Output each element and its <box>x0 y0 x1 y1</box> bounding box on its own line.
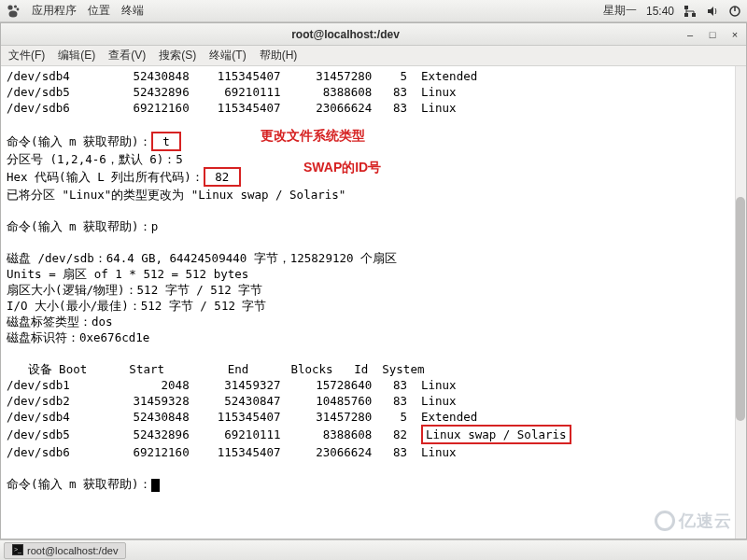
terminal-text: /dev/sdb4 52430848 115345407 31457280 5 … <box>7 68 740 492</box>
topbar-menu-places[interactable]: 位置 <box>88 3 110 19</box>
watermark: 亿速云 <box>655 510 732 532</box>
power-icon[interactable] <box>728 5 741 18</box>
menu-view[interactable]: 查看(V) <box>108 48 146 63</box>
window-maximize-button[interactable]: □ <box>707 29 718 40</box>
topbar-menu-terminal[interactable]: 终端 <box>121 3 144 19</box>
volume-icon[interactable] <box>706 5 719 18</box>
annotation-change-fs-type: 更改文件系统类型 <box>261 128 365 144</box>
topbar-menu-applications[interactable]: 应用程序 <box>32 3 77 19</box>
svg-rect-4 <box>684 6 688 9</box>
clock-day[interactable]: 星期一 <box>603 3 637 19</box>
window-close-button[interactable]: × <box>729 29 740 40</box>
terminal-icon: >_ <box>12 544 23 557</box>
svg-point-2 <box>17 7 20 10</box>
watermark-text: 亿速云 <box>679 510 732 532</box>
gnome-foot-icon <box>6 4 21 19</box>
menu-search[interactable]: 搜索(S) <box>159 48 196 63</box>
taskbar-item-terminal[interactable]: >_ root@localhost:/dev <box>4 542 126 559</box>
svg-point-0 <box>7 5 12 9</box>
menu-help[interactable]: 帮助(H) <box>260 48 298 63</box>
terminal-menubar: 文件(F) 编辑(E) 查看(V) 搜索(S) 终端(T) 帮助(H) <box>1 46 746 66</box>
window-title: root@localhost:/dev <box>7 28 684 41</box>
network-icon[interactable] <box>684 5 697 18</box>
window-titlebar[interactable]: root@localhost:/dev – □ × <box>1 23 746 46</box>
annotation-swap-id: SWAP的ID号 <box>303 160 381 175</box>
clock-time[interactable]: 15:40 <box>646 5 674 18</box>
bottom-taskbar: >_ root@localhost:/dev <box>0 539 747 560</box>
terminal-scrollbar[interactable] <box>735 66 746 539</box>
terminal-output[interactable]: /dev/sdb4 52430848 115345407 31457280 5 … <box>1 66 746 539</box>
svg-point-1 <box>14 5 17 7</box>
svg-rect-6 <box>684 13 688 17</box>
taskbar-item-label: root@localhost:/dev <box>27 545 118 556</box>
svg-text:>_: >_ <box>14 546 21 553</box>
gnome-top-panel: 应用程序 位置 终端 星期一 15:40 <box>0 0 747 22</box>
svg-point-3 <box>9 10 18 17</box>
window-minimize-button[interactable]: – <box>684 29 696 40</box>
menu-terminal[interactable]: 终端(T) <box>209 48 246 63</box>
watermark-icon <box>655 511 675 531</box>
scrollbar-thumb[interactable] <box>736 197 745 421</box>
svg-rect-5 <box>692 13 696 17</box>
terminal-window: root@localhost:/dev – □ × 文件(F) 编辑(E) 查看… <box>0 22 747 539</box>
menu-edit[interactable]: 编辑(E) <box>58 48 95 63</box>
menu-file[interactable]: 文件(F) <box>8 48 45 63</box>
